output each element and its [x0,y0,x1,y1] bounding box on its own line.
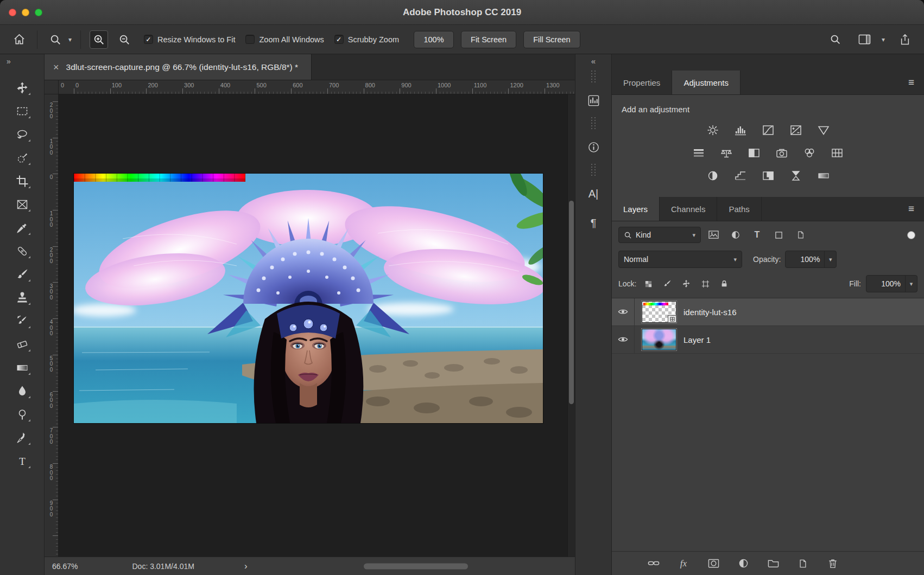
vertical-scrollbar[interactable] [567,94,575,557]
vertical-scrollbar-thumb[interactable] [569,201,574,404]
new-layer-button[interactable] [796,557,810,571]
workspace-chevron-icon[interactable]: ▾ [882,36,885,43]
tool-eyedropper[interactable] [10,216,35,239]
zoom-tool-indicator[interactable] [46,30,65,49]
filter-shape-layers-button[interactable] [770,227,788,242]
panel-grip[interactable] [591,68,596,86]
layer-thumbnail[interactable] [642,301,676,323]
horizontal-ruler[interactable]: 0010020030040050060070080090010001100120… [59,80,575,94]
tool-eraser[interactable] [10,333,35,356]
tool-brush[interactable] [10,263,35,286]
tab-adjustments[interactable]: Adjustments [672,71,741,94]
tab-paths[interactable]: Paths [717,197,761,221]
tool-move[interactable] [10,76,35,99]
tool-dodge[interactable] [10,403,35,426]
adjustment-threshold-button[interactable] [757,168,780,184]
adjustment-selective-color-button[interactable] [784,168,807,184]
new-adjustment-layer-button[interactable] [736,557,750,571]
zoom-tool-chevron-icon[interactable]: ▾ [68,36,72,43]
checkbox-resize-windows-to-fit[interactable]: ✓ Resize Windows to Fit [144,35,235,44]
tool-type[interactable]: T [10,449,35,472]
adjustment-exposure-button[interactable] [784,122,807,138]
adjustments-panel-menu-icon[interactable]: ≡ [908,71,924,94]
canvas-image[interactable] [74,174,543,423]
delete-layer-button[interactable] [826,557,840,571]
tool-history-brush[interactable] [10,309,35,333]
document-size-status[interactable]: Doc: 3.01M/4.01M [132,562,194,571]
ruler-corner[interactable] [45,80,59,94]
tool-rectangular-marquee[interactable] [10,99,35,123]
home-button[interactable] [10,30,28,49]
checkbox-zoom-all-windows[interactable]: Zoom All Windows [245,35,324,44]
lock-position-button[interactable] [679,277,693,290]
adjustment-vibrance-button[interactable] [812,122,835,138]
histogram-panel-button[interactable] [580,87,606,113]
canvas-pasteboard[interactable] [59,94,567,557]
tab-properties[interactable]: Properties [612,71,672,94]
fill-screen-button[interactable]: Fill Screen [523,31,580,48]
lock-artboard-button[interactable] [698,277,712,290]
adjustment-hue-saturation-button[interactable] [687,145,710,161]
share-button[interactable] [896,30,914,49]
document-tab[interactable]: × 3dlut-screen-capture.png @ 66.7% (iden… [45,54,312,80]
filter-smart-object-layers-button[interactable] [792,227,809,242]
tool-gradient[interactable] [10,356,35,379]
checkbox-scrubby-zoom[interactable]: ✓ Scrubby Zoom [334,35,399,44]
layer-visibility-toggle[interactable] [612,298,635,325]
panel-grip[interactable] [591,162,596,179]
zoom-window-button[interactable] [35,9,42,16]
horizontal-scrollbar-thumb[interactable] [364,563,468,569]
adjustment-black-white-button[interactable] [743,145,765,161]
kind-filter-dropdown[interactable]: Kind ▾ [618,227,701,243]
tool-lasso[interactable] [10,123,35,146]
zoom-level-field[interactable]: 66.67% [52,562,78,571]
status-expand-icon[interactable]: › [244,561,248,572]
zoom-out-button[interactable] [115,30,134,49]
fill-dropdown[interactable]: 100% ▾ [866,275,917,292]
adjustment-levels-button[interactable] [729,122,752,138]
paragraph-panel-button[interactable]: ¶ [580,210,606,236]
search-button[interactable] [826,30,845,49]
layer-filter-toggle[interactable] [907,231,915,239]
layer-row-identity-lut[interactable]: identity-lut-s16 [612,298,924,326]
filter-pixel-layers-button[interactable] [705,227,723,242]
blend-mode-dropdown[interactable]: Normal ▾ [618,251,742,268]
close-tab-icon[interactable]: × [53,62,59,72]
filter-type-layers-button[interactable]: T [748,227,766,242]
workspace-switcher-button[interactable] [856,30,874,49]
layer-thumbnail[interactable] [642,329,676,350]
adjustment-photo-filter-button[interactable] [770,145,793,161]
adjustment-channel-mixer-button[interactable] [798,145,821,161]
minimize-window-button[interactable] [22,9,29,16]
character-panel-button[interactable]: A| [580,181,606,207]
new-group-button[interactable] [766,557,780,571]
vertical-ruler[interactable]: 2 0 01 0 001 0 02 0 03 0 04 0 05 0 06 0 … [45,94,59,557]
adjustment-posterize-button[interactable] [729,168,752,184]
lock-image-pixels-button[interactable] [660,277,674,290]
tab-channels[interactable]: Channels [660,197,717,221]
lock-transparent-pixels-button[interactable] [641,277,655,290]
zoom-in-button[interactable] [90,30,108,49]
filter-adjustment-layers-button[interactable] [726,227,744,242]
adjustment-color-lookup-button[interactable] [826,145,849,161]
panel-drag-bar[interactable] [612,54,924,71]
layers-panel-menu-icon[interactable]: ≡ [908,197,924,221]
tool-frame[interactable] [10,193,35,216]
toolbar-expand-button[interactable]: » [0,54,44,68]
adjustment-invert-button[interactable] [701,168,724,184]
adjustment-brightness-contrast-button[interactable] [701,122,724,138]
tool-quick-selection[interactable] [10,146,35,169]
info-panel-button[interactable] [580,134,606,160]
layer-visibility-toggle[interactable] [612,326,635,353]
tool-clone-stamp[interactable] [10,286,35,309]
horizontal-scrollbar[interactable] [364,563,468,569]
tool-crop[interactable] [10,169,35,193]
adjustment-gradient-map-button[interactable] [812,168,835,184]
canvas-document[interactable] [74,174,543,423]
close-window-button[interactable] [9,9,16,16]
add-layer-mask-button[interactable] [706,557,720,571]
panel-collapse-button[interactable]: « [575,54,611,68]
adjustment-curves-button[interactable] [757,122,780,138]
opacity-dropdown[interactable]: 100% ▾ [785,251,837,268]
zoom-percentage-field[interactable]: 100% [414,31,454,48]
